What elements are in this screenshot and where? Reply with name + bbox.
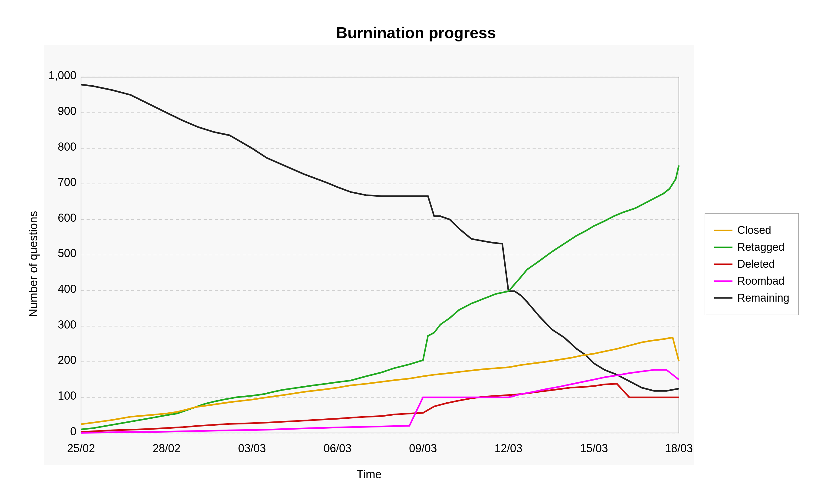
remaining-legend-line [714, 297, 732, 299]
closed-legend-label: Closed [737, 224, 771, 237]
svg-text:400: 400 [58, 282, 76, 295]
legend: Closed Retagged Deleted Roombad Remainin… [694, 45, 809, 483]
chart-title: Burnination progress [23, 18, 809, 45]
svg-text:03/03: 03/03 [238, 442, 266, 455]
svg-text:12/03: 12/03 [495, 442, 522, 455]
svg-text:900: 900 [58, 104, 76, 117]
retagged-legend-line [714, 246, 732, 248]
svg-text:28/02: 28/02 [153, 442, 180, 455]
svg-text:06/03: 06/03 [323, 442, 351, 455]
svg-text:09/03: 09/03 [409, 442, 437, 455]
svg-text:300: 300 [58, 318, 76, 331]
svg-text:0: 0 [70, 425, 76, 438]
legend-box: Closed Retagged Deleted Roombad Remainin… [705, 213, 799, 315]
svg-text:200: 200 [58, 354, 76, 367]
legend-item-closed: Closed [714, 224, 789, 237]
svg-text:18/03: 18/03 [665, 442, 693, 455]
retagged-legend-label: Retagged [737, 241, 784, 254]
roombad-legend-line [714, 281, 732, 282]
legend-item-remaining: Remaining [714, 292, 789, 304]
svg-text:700: 700 [58, 176, 76, 189]
chart-plot-area: 0 100 200 300 400 500 600 700 800 900 1,… [44, 45, 694, 465]
svg-text:800: 800 [58, 140, 76, 153]
svg-text:25/02: 25/02 [67, 442, 95, 455]
y-axis-label: Number of questions [23, 45, 44, 483]
roombad-legend-label: Roombad [737, 275, 784, 287]
remaining-legend-label: Remaining [737, 292, 789, 304]
svg-text:600: 600 [58, 211, 76, 224]
legend-item-deleted: Deleted [714, 258, 789, 270]
svg-text:100: 100 [58, 389, 76, 402]
x-axis-label: Time [44, 465, 694, 483]
deleted-legend-line [714, 264, 732, 265]
deleted-legend-label: Deleted [737, 258, 775, 270]
svg-text:500: 500 [58, 247, 76, 260]
chart-container: Burnination progress Number of questions [23, 18, 809, 486]
chart-svg: 0 100 200 300 400 500 600 700 800 900 1,… [44, 45, 694, 465]
closed-legend-line [714, 230, 732, 231]
legend-item-roombad: Roombad [714, 275, 789, 287]
legend-item-retagged: Retagged [714, 241, 789, 254]
svg-text:1,000: 1,000 [48, 69, 76, 82]
svg-text:15/03: 15/03 [580, 442, 608, 455]
